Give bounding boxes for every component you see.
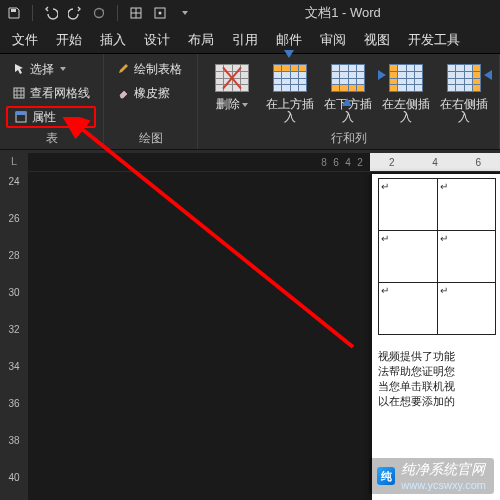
svg-point-4 xyxy=(159,12,162,15)
vruler-mark: 24 xyxy=(8,176,19,187)
vruler-mark: 26 xyxy=(8,213,19,224)
view-gridlines-button[interactable]: 查看网格线 xyxy=(6,82,96,104)
table-qat-icon[interactable] xyxy=(128,5,144,21)
insert-below-icon xyxy=(330,60,366,96)
properties-button[interactable]: 属性 xyxy=(6,106,96,128)
group-table-label: 表 xyxy=(6,128,97,149)
vruler-mark: 38 xyxy=(8,435,19,446)
select-button[interactable]: 选择 xyxy=(6,58,96,80)
watermark-url: www.ycswxy.com xyxy=(401,479,486,491)
tab-insert[interactable]: 插入 xyxy=(98,31,128,49)
svg-rect-5 xyxy=(14,88,24,98)
workspace: 24 26 28 30 32 34 36 38 40 ↵ ↵ xyxy=(0,172,500,500)
tab-references[interactable]: 引用 xyxy=(230,31,260,49)
svg-point-1 xyxy=(95,9,104,18)
draw-table-label: 绘制表格 xyxy=(134,61,182,78)
vruler-mark: 34 xyxy=(8,361,19,372)
eraser-icon xyxy=(116,86,130,100)
properties-icon xyxy=(14,110,28,124)
eraser-button[interactable]: 橡皮擦 xyxy=(110,82,188,104)
insert-below-button[interactable]: 在下方插入 xyxy=(320,58,376,124)
ruler-mark: 6 xyxy=(333,157,339,168)
vruler-mark: 28 xyxy=(8,250,19,261)
delete-button[interactable]: 删除 xyxy=(204,58,260,111)
document-title: 文档1 - Word xyxy=(192,4,494,22)
tab-developer[interactable]: 开发工具 xyxy=(406,31,462,49)
insert-left-icon xyxy=(388,60,424,96)
tab-design[interactable]: 设计 xyxy=(142,31,172,49)
document-paragraph[interactable]: 视频提供了功能 法帮助您证明您 当您单击联机视 以在想要添加的 xyxy=(378,349,494,408)
document-table[interactable]: ↵ ↵ ↵ ↵ ↵ ↵ xyxy=(378,178,496,335)
touch-mode-icon[interactable] xyxy=(152,5,168,21)
ribbon-group-table: 选择 查看网格线 属性 表 xyxy=(0,54,104,149)
svg-rect-7 xyxy=(16,112,26,115)
save-icon[interactable] xyxy=(6,5,22,21)
select-label: 选择 xyxy=(30,61,54,78)
table-cell[interactable]: ↵ xyxy=(379,231,438,283)
delete-label: 删除 xyxy=(216,97,240,111)
ruler-mark: 4 xyxy=(432,157,438,168)
redo-icon[interactable] xyxy=(67,5,83,21)
vertical-ruler[interactable]: 24 26 28 30 32 34 36 38 40 xyxy=(0,172,28,500)
horizontal-ruler: L 8 6 4 2 2 4 6 xyxy=(0,150,500,172)
delete-icon xyxy=(214,60,250,96)
group-rowscols-label: 行和列 xyxy=(204,128,493,149)
table-row[interactable]: ↵ ↵ xyxy=(379,179,496,231)
cursor-icon xyxy=(12,62,26,76)
para-line: 以在想要添加的 xyxy=(378,394,494,409)
tab-file[interactable]: 文件 xyxy=(10,31,40,49)
gridlines-label: 查看网格线 xyxy=(30,85,90,102)
insert-right-button[interactable]: 在右侧插入 xyxy=(436,58,492,124)
ribbon-group-draw: 绘制表格 橡皮擦 绘图 xyxy=(104,54,198,149)
insert-right-icon xyxy=(446,60,482,96)
pencil-icon xyxy=(116,62,130,76)
tab-view[interactable]: 视图 xyxy=(362,31,392,49)
ruler-corner[interactable]: L xyxy=(0,150,28,172)
table-cell[interactable]: ↵ xyxy=(437,231,496,283)
ruler-light[interactable]: 2 4 6 xyxy=(370,153,500,171)
ruler-mark: 8 xyxy=(321,157,327,168)
undo-icon[interactable] xyxy=(43,5,59,21)
properties-label: 属性 xyxy=(32,109,56,126)
para-line: 视频提供了功能 xyxy=(378,349,494,364)
vruler-mark: 40 xyxy=(8,472,19,483)
vruler-mark: 30 xyxy=(8,287,19,298)
ruler-mark: 2 xyxy=(357,157,363,168)
table-row[interactable]: ↵ ↵ xyxy=(379,283,496,335)
table-cell[interactable]: ↵ xyxy=(437,283,496,335)
vruler-mark: 36 xyxy=(8,398,19,409)
tab-mailings[interactable]: 邮件 xyxy=(274,31,304,49)
ruler-dark-margin[interactable]: 8 6 4 2 xyxy=(314,153,370,171)
table-row[interactable]: ↵ ↵ xyxy=(379,231,496,283)
ribbon-group-rowscols: 删除 在上方插入 在下方插入 在左侧插入 xyxy=(198,54,500,149)
watermark-brand: 纯净系统官网 xyxy=(401,461,486,479)
tab-home[interactable]: 开始 xyxy=(54,31,84,49)
vruler-mark: 32 xyxy=(8,324,19,335)
group-draw-label: 绘图 xyxy=(110,128,191,149)
customize-qat-icon[interactable] xyxy=(176,5,192,21)
document-page[interactable]: ↵ ↵ ↵ ↵ ↵ ↵ 视频提供了功能 法帮助您证明您 当您单击联机视 以在想要… xyxy=(372,174,500,500)
watermark-logo-icon: 纯 xyxy=(377,467,395,485)
table-cell[interactable]: ↵ xyxy=(379,179,438,231)
ruler-mark: 4 xyxy=(345,157,351,168)
para-line: 当您单击联机视 xyxy=(378,379,494,394)
tab-review[interactable]: 审阅 xyxy=(318,31,348,49)
ruler-dark-left[interactable] xyxy=(28,153,314,171)
ribbon-tabs: 文件 开始 插入 设计 布局 引用 邮件 审阅 视图 开发工具 xyxy=(0,26,500,54)
table-cell[interactable]: ↵ xyxy=(379,283,438,335)
insert-above-icon xyxy=(272,60,308,96)
table-cell[interactable]: ↵ xyxy=(437,179,496,231)
editor-pane[interactable]: ↵ ↵ ↵ ↵ ↵ ↵ 视频提供了功能 法帮助您证明您 当您单击联机视 以在想要… xyxy=(28,172,500,500)
svg-rect-0 xyxy=(11,9,16,12)
gridlines-icon xyxy=(12,86,26,100)
title-bar: 文档1 - Word xyxy=(0,0,500,26)
quick-access-toolbar xyxy=(6,5,192,21)
insert-right-label: 在右侧插入 xyxy=(436,98,492,124)
insert-above-button[interactable]: 在上方插入 xyxy=(262,58,318,124)
insert-left-button[interactable]: 在左侧插入 xyxy=(378,58,434,124)
eraser-label: 橡皮擦 xyxy=(134,85,170,102)
tab-layout[interactable]: 布局 xyxy=(186,31,216,49)
repeat-icon[interactable] xyxy=(91,5,107,21)
draw-table-button[interactable]: 绘制表格 xyxy=(110,58,188,80)
insert-above-label: 在上方插入 xyxy=(262,98,318,124)
